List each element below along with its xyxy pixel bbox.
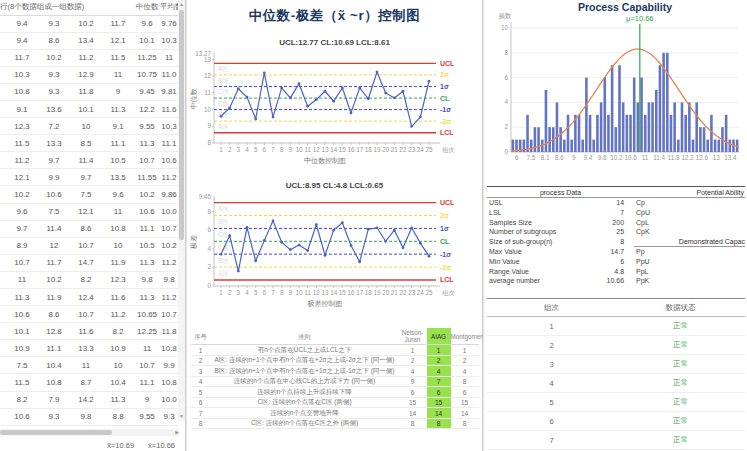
table-cell[interactable]: 10.1 (134, 32, 160, 49)
table-cell[interactable]: 9.55 (134, 408, 160, 425)
table-cell[interactable]: 10.7 (6, 254, 38, 271)
table-row[interactable]: 11.311.912.411.611.311.2 (0, 289, 178, 306)
table-cell[interactable]: 11.3 (102, 100, 134, 117)
table-cell[interactable]: 11 (102, 203, 134, 220)
table-row[interactable]: 10.68.610.711.210.6510.7 (0, 306, 178, 323)
table-cell[interactable]: 13.6 (38, 100, 70, 117)
horizontal-scroll-thumb[interactable] (0, 430, 112, 435)
vertical-scrollbar[interactable]: ▲ ▼ (178, 0, 185, 421)
table-cell[interactable]: 10.8 (38, 374, 70, 391)
table-row[interactable]: 11.510.88.710.411.110.8 (0, 374, 178, 391)
table-cell[interactable]: 9.1 (6, 100, 38, 117)
table-cell[interactable]: 11.7 (38, 254, 70, 271)
table-cell[interactable]: 9.55 (134, 118, 160, 135)
table-cell[interactable]: 10.8 (102, 220, 134, 237)
table-cell[interactable]: 10.3 (160, 118, 178, 135)
table-cell[interactable]: 11.3 (134, 289, 160, 306)
table-cell[interactable]: 11.3 (102, 391, 134, 408)
table-cell[interactable]: 10.1 (70, 100, 102, 117)
table-cell[interactable]: 13.5 (102, 169, 134, 186)
table-cell[interactable]: 10.2 (160, 237, 178, 254)
table-cell[interactable]: 12.25 (134, 323, 160, 340)
table-cell[interactable]: 11.5 (6, 135, 38, 152)
table-cell[interactable]: 11.6 (102, 289, 134, 306)
table-cell[interactable]: 11.3 (134, 254, 160, 271)
table-cell[interactable]: 9.7 (6, 220, 38, 237)
table-cell[interactable]: 10.9 (6, 340, 38, 357)
table-cell[interactable]: 11.7 (6, 49, 38, 66)
table-cell[interactable]: 11.4 (70, 152, 102, 169)
table-cell[interactable]: 10.8 (160, 340, 178, 357)
table-cell[interactable]: 9 (134, 391, 160, 408)
table-cell[interactable]: 8.8 (102, 408, 134, 425)
table-cell[interactable]: 10.5 (102, 152, 134, 169)
table-cell[interactable]: 9.1 (102, 118, 134, 135)
table-cell[interactable]: 7.5 (70, 186, 102, 203)
table-row[interactable]: 10.210.67.59.610.29.86 (0, 186, 178, 203)
table-cell[interactable]: 13.3 (70, 340, 102, 357)
table-cell[interactable]: 10 (102, 237, 134, 254)
table-cell[interactable]: 10.2 (134, 186, 160, 203)
table-cell[interactable]: 12 (38, 237, 70, 254)
table-cell[interactable]: 14.2 (70, 391, 102, 408)
table-cell[interactable]: 12.3 (102, 271, 134, 288)
table-cell[interactable]: 11.5 (6, 374, 38, 391)
table-cell[interactable]: 10.9 (102, 340, 134, 357)
scroll-right-icon[interactable]: ▶ (175, 429, 179, 436)
table-cell[interactable]: 10.3 (160, 32, 178, 49)
table-cell[interactable]: 12.4 (70, 289, 102, 306)
table-cell[interactable]: 12.8 (38, 323, 70, 340)
table-cell[interactable]: 8.9 (6, 237, 38, 254)
table-cell[interactable]: 10.7 (70, 237, 102, 254)
table-cell[interactable]: 11.9 (102, 254, 134, 271)
table-cell[interactable]: 11.2 (70, 49, 102, 66)
table-cell[interactable]: 11.6 (160, 100, 178, 117)
table-row[interactable]: 10.89.311.899.459.81 (0, 83, 178, 100)
table-row[interactable]: 12.19.99.713.511.5511.2 (0, 169, 178, 186)
table-cell[interactable]: 10.2 (70, 15, 102, 32)
table-cell[interactable]: 11.4 (38, 220, 70, 237)
table-cell[interactable]: 9.7 (70, 169, 102, 186)
table-cell[interactable]: 10.6 (160, 152, 178, 169)
table-row[interactable]: 10.112.811.68.212.2511.8 (0, 323, 178, 340)
table-cell[interactable]: 11 (6, 271, 38, 288)
table-cell[interactable]: 13.4 (70, 32, 102, 49)
table-cell[interactable]: 11.5 (102, 49, 134, 66)
table-cell[interactable]: 12.1 (6, 169, 38, 186)
table-row[interactable]: 12.37.2109.19.5510.3 (0, 118, 178, 135)
table-cell[interactable]: 10.4 (38, 357, 70, 374)
table-cell[interactable]: 10 (70, 118, 102, 135)
table-row[interactable]: 9.49.310.211.79.69.76 (0, 15, 178, 32)
table-cell[interactable]: 8.5 (70, 135, 102, 152)
table-cell[interactable]: 8.7 (70, 374, 102, 391)
table-cell[interactable]: 9.81 (160, 83, 178, 100)
table-row[interactable]: 11.710.211.211.511.2511 (0, 49, 178, 66)
table-cell[interactable]: 7.5 (38, 203, 70, 220)
table-row[interactable]: 10.911.113.310.91110.8 (0, 340, 178, 357)
table-cell[interactable]: 10.65 (134, 306, 160, 323)
table-cell[interactable]: 12.3 (6, 118, 38, 135)
table-row[interactable]: 1110.28.212.39.89.8 (0, 271, 178, 288)
table-cell[interactable]: 11.3 (134, 135, 160, 152)
table-cell[interactable]: 10.0 (160, 391, 178, 408)
table-cell[interactable]: 11.7 (102, 15, 134, 32)
table-cell[interactable]: 10.6 (38, 186, 70, 203)
table-cell[interactable]: 10 (102, 357, 134, 374)
table-cell[interactable]: 10.2 (38, 49, 70, 66)
table-cell[interactable]: 10.1 (6, 323, 38, 340)
table-cell[interactable]: 10.8 (6, 83, 38, 100)
table-cell[interactable]: 11.2 (160, 254, 178, 271)
table-row[interactable]: 10.711.714.711.911.311.2 (0, 254, 178, 271)
table-cell[interactable]: 10.2 (38, 271, 70, 288)
table-cell[interactable]: 11.1 (38, 340, 70, 357)
table-cell[interactable]: 12.2 (134, 100, 160, 117)
table-cell[interactable]: 9.3 (38, 83, 70, 100)
horizontal-scrollbar[interactable]: ▶ (0, 429, 179, 436)
table-cell[interactable]: 7.5 (6, 357, 38, 374)
table-row[interactable]: 10.39.312.91110.7511.0 (0, 66, 178, 83)
table-cell[interactable]: 9.6 (102, 186, 134, 203)
table-cell[interactable]: 11.1 (160, 135, 178, 152)
table-cell[interactable]: 11.55 (134, 169, 160, 186)
table-row[interactable]: 11.513.38.511.111.311.1 (0, 135, 178, 152)
table-cell[interactable]: 9.86 (160, 186, 178, 203)
